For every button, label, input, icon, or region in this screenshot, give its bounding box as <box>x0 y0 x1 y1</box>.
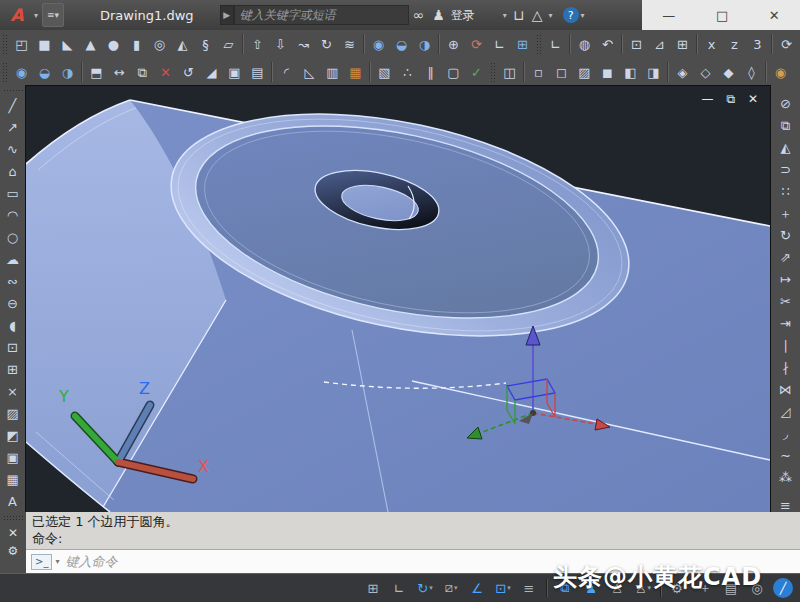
break-at-point-button[interactable]: ∣ <box>775 334 797 356</box>
offset-faces-button[interactable]: ⧉ <box>131 61 154 84</box>
modeling-toolbar-grip[interactable] <box>2 34 8 54</box>
extrude-faces-button[interactable]: ⬒ <box>85 61 108 84</box>
intersect-button[interactable]: ◑ <box>56 61 79 84</box>
solid-editing-toolbar-grip[interactable] <box>2 62 8 82</box>
presspull-button[interactable]: ⇩ <box>269 33 292 56</box>
sketchy-button[interactable]: ◆ <box>717 61 740 84</box>
pyramid-button[interactable]: ◭ <box>171 33 194 56</box>
ucs-previous-button[interactable]: ↶ <box>596 33 619 56</box>
visual-styles-toolbar-grip[interactable] <box>490 62 496 82</box>
command-close-icon[interactable]: ✕ <box>8 526 18 540</box>
subtract-button[interactable]: ◒ <box>390 33 413 56</box>
planar-surface-button[interactable]: ▱ <box>217 33 240 56</box>
polysolid-button[interactable]: ◰ <box>10 33 33 56</box>
snap-toggle[interactable]: ⊞ <box>361 576 385 600</box>
ucs-apply-button[interactable]: ⟳ <box>775 33 798 56</box>
color-edges-button[interactable]: ▦ <box>344 61 367 84</box>
join-button[interactable]: ⋈ <box>775 378 797 400</box>
shaded-with-edges-button[interactable]: ◈ <box>671 61 694 84</box>
loft-button[interactable]: ≋ <box>338 33 361 56</box>
ortho-toggle[interactable]: ∟ <box>387 576 411 600</box>
command-window-grip[interactable] <box>3 515 23 521</box>
separate-button[interactable]: ∥ <box>419 61 442 84</box>
isometric-drafting-toggle[interactable]: ⧄▾ <box>439 576 463 600</box>
gradient-button[interactable]: ◩ <box>2 424 24 446</box>
chamfer-edge-button[interactable]: ◺ <box>298 61 321 84</box>
circle-button[interactable]: ○ <box>2 226 24 248</box>
realistic-button[interactable]: ◼ <box>596 61 619 84</box>
union-button[interactable]: ◉ <box>367 33 390 56</box>
app-menu-button[interactable]: A <box>2 2 32 28</box>
draw-toolbar-grip[interactable] <box>3 89 23 91</box>
help-caret-icon[interactable]: ▾ <box>581 11 585 20</box>
ucs-world-button[interactable]: ◍ <box>573 33 596 56</box>
revision-cloud-button[interactable]: ☁ <box>2 248 24 270</box>
make-block-button[interactable]: ⊞ <box>2 358 24 380</box>
helix-button[interactable]: § <box>194 33 217 56</box>
wireframe-button[interactable]: ◻ <box>550 61 573 84</box>
lineweight-toggle[interactable]: ≡ <box>517 576 541 600</box>
mirror-button[interactable]: ◭ <box>775 136 797 158</box>
command-prompt-icon[interactable]: >_ <box>31 554 52 570</box>
move-faces-button[interactable]: ↔ <box>108 61 131 84</box>
copy-faces-button[interactable]: ▣ <box>223 61 246 84</box>
offset-button[interactable]: ⊃ <box>775 158 797 180</box>
shaded-button[interactable]: ◨ <box>642 61 665 84</box>
sweep-button[interactable]: ↝ <box>292 33 315 56</box>
line-button[interactable]: ╱ <box>2 94 24 116</box>
color-faces-button[interactable]: ▤ <box>246 61 269 84</box>
sign-in-button[interactable]: 登录 <box>451 7 475 24</box>
region-button[interactable]: ▣ <box>2 446 24 468</box>
intersect-button[interactable]: ◑ <box>413 33 436 56</box>
ucs-z-button[interactable]: z <box>723 33 746 56</box>
conceptual-button[interactable]: ◧ <box>619 61 642 84</box>
minimize-button[interactable]: — <box>662 8 675 23</box>
app-menu-caret-icon[interactable]: ▾ <box>34 11 38 20</box>
construction-line-button[interactable]: ↗ <box>2 116 24 138</box>
hatch-button[interactable]: ▨ <box>2 402 24 424</box>
ucs-object-button[interactable]: ⊞ <box>671 33 694 56</box>
3d-align-button[interactable]: ∟ <box>488 33 511 56</box>
extrude-button[interactable]: ⇧ <box>246 33 269 56</box>
command-customize-wrench-icon[interactable]: ⚙ <box>8 544 19 558</box>
doc-restore-button[interactable]: ⧉ <box>726 92 735 106</box>
3d-array-button[interactable]: ⊞ <box>511 33 534 56</box>
doc-minimize-button[interactable]: — <box>701 92 713 106</box>
ucs-x-button[interactable]: x <box>700 33 723 56</box>
cone-button[interactable]: ▲ <box>79 33 102 56</box>
polygon-button[interactable]: ⌂ <box>2 160 24 182</box>
search-binoculars-icon[interactable]: ∞ <box>413 7 425 23</box>
exchange-apps-icon[interactable]: △ <box>532 7 543 23</box>
properties-button[interactable]: ≡ <box>775 494 797 512</box>
ucs-origin-button[interactable]: ⊡ <box>625 33 648 56</box>
shades-of-gray-button[interactable]: ◇ <box>694 61 717 84</box>
rotate-button[interactable]: ↻ <box>775 224 797 246</box>
polar-tracking-caret-icon[interactable]: ▾ <box>429 584 433 592</box>
model-canvas[interactable]: Z Y X <box>26 86 770 512</box>
stretch-button[interactable]: ↦ <box>775 268 797 290</box>
multiline-text-button[interactable]: A <box>2 490 24 512</box>
exchange-caret-icon[interactable]: ▾ <box>549 11 553 20</box>
rectangle-button[interactable]: ▭ <box>2 182 24 204</box>
array-button[interactable]: ∷ <box>775 180 797 202</box>
break-button[interactable]: ∤ <box>775 356 797 378</box>
ucs-toolbar-grip[interactable] <box>536 34 542 54</box>
delete-faces-button[interactable]: ✕ <box>154 61 177 84</box>
help-icon[interactable]: ? <box>563 7 579 23</box>
erase-button[interactable]: ⊘ <box>775 92 797 114</box>
ellipse-button[interactable]: ⊖ <box>2 292 24 314</box>
3d-move-button[interactable]: ⊕ <box>442 33 465 56</box>
ucs-button[interactable]: ∟ <box>544 33 567 56</box>
fillet-edge-button[interactable]: ◜ <box>275 61 298 84</box>
copy-edges-button[interactable]: ▥ <box>321 61 344 84</box>
imprint-button[interactable]: ▧ <box>373 61 396 84</box>
search-expand-arrow-icon[interactable]: ▶ <box>220 5 234 25</box>
render-button[interactable]: ◉ <box>769 61 792 84</box>
osnap-tracking-toggle[interactable]: ∠ <box>465 576 489 600</box>
sign-in-caret-icon[interactable]: ▾ <box>503 11 507 20</box>
app-store-cart-icon[interactable]: ⊔ <box>513 7 524 23</box>
cylinder-button[interactable]: ▮ <box>125 33 148 56</box>
drawing-viewport[interactable]: Z Y X — ⧉ ✕ <box>26 86 770 512</box>
clean-button[interactable]: ∴ <box>396 61 419 84</box>
trim-button[interactable]: ✂ <box>775 290 797 312</box>
